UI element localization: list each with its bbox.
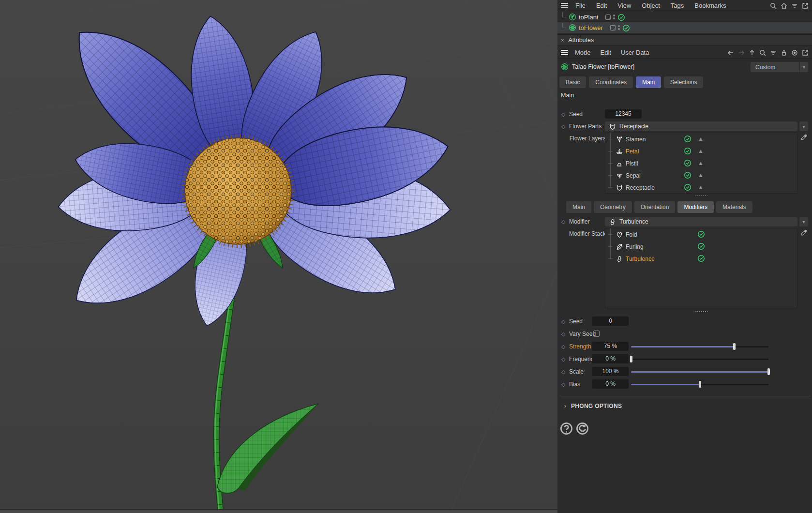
slider-handle[interactable] (699, 381, 701, 388)
triangle-icon[interactable]: ▲ (698, 159, 704, 167)
search-icon[interactable] (769, 2, 777, 9)
tab-main[interactable]: Main (636, 76, 661, 88)
frequency-value-field[interactable]: 0 % (592, 354, 629, 363)
flower-parts-dropdown[interactable]: Receptacle (605, 121, 797, 131)
triangle-icon[interactable]: ▲ (698, 171, 704, 180)
tab-sub-main[interactable]: Main (566, 201, 591, 213)
slider-handle[interactable] (630, 356, 632, 362)
modifier-stack-label[interactable]: Modifier Stack › (561, 229, 610, 238)
preset-dropdown[interactable]: Custom ▾ (751, 62, 808, 72)
home-icon[interactable] (780, 2, 787, 9)
open-panel-icon[interactable] (801, 2, 809, 9)
diamond-icon[interactable]: ◇ (561, 217, 565, 226)
hamburger-menu-icon[interactable] (561, 3, 568, 8)
triangle-icon[interactable]: ▲ (698, 147, 704, 155)
resize-grip[interactable] (605, 310, 797, 313)
menu-file[interactable]: File (570, 2, 591, 9)
seed-value-field[interactable]: 12345 (605, 109, 642, 119)
menu-edit[interactable]: Edit (591, 2, 612, 9)
vary-seed-checkbox[interactable] (593, 331, 600, 337)
hamburger-menu-icon[interactable] (561, 50, 568, 55)
enabled-check-icon[interactable] (684, 147, 692, 155)
tab-orientation[interactable]: Orientation (634, 201, 676, 213)
triangle-icon[interactable]: ▲ (698, 135, 704, 143)
strength-slider[interactable] (631, 342, 768, 351)
list-item-receptacle[interactable]: Receptacle ▲ (605, 181, 797, 194)
chevron-down-icon[interactable]: ▾ (799, 121, 808, 131)
diamond-icon[interactable]: ◇ (561, 109, 565, 119)
menu-mode[interactable]: Mode (570, 49, 596, 56)
diamond-icon[interactable]: ◇ (561, 379, 565, 389)
reset-button[interactable] (576, 422, 589, 435)
enabled-check-icon[interactable] (622, 24, 630, 31)
edit-state-icon[interactable] (605, 15, 611, 20)
list-item-furling[interactable]: Furling (605, 241, 797, 253)
filter-icon[interactable] (769, 49, 777, 56)
eyedropper-icon[interactable] (800, 134, 807, 141)
menu-tags[interactable]: Tags (665, 2, 689, 9)
forward-arrow-icon[interactable] (737, 49, 745, 56)
search-icon[interactable] (759, 49, 766, 56)
slider-handle[interactable] (767, 368, 770, 375)
open-panel-icon[interactable] (801, 49, 809, 56)
tab-geometry[interactable]: Geometry (594, 201, 632, 213)
back-arrow-icon[interactable] (727, 49, 734, 56)
object-row-toplant[interactable]: toPlant (557, 12, 812, 22)
menu-user-data[interactable]: User Data (616, 49, 654, 56)
eyedropper-icon[interactable] (800, 229, 807, 236)
filter-icon[interactable] (791, 2, 798, 9)
menu-edit[interactable]: Edit (596, 49, 616, 56)
close-icon[interactable]: × (561, 38, 564, 43)
enabled-check-icon[interactable] (684, 171, 692, 179)
enabled-check-icon[interactable] (697, 255, 705, 262)
enabled-check-icon[interactable] (617, 14, 625, 21)
flower-layers-label[interactable]: Flower Layers › (561, 134, 610, 143)
help-button[interactable] (560, 422, 573, 435)
list-item-turbulence[interactable]: Turbulence (605, 253, 797, 265)
phong-options-section[interactable]: › PHONG OPTIONS (564, 403, 622, 409)
tab-selections[interactable]: Selections (664, 76, 703, 88)
scale-value-field[interactable]: 100 % (592, 367, 629, 376)
up-arrow-icon[interactable] (748, 49, 755, 56)
menu-object[interactable]: Object (636, 2, 665, 9)
slider-handle[interactable] (733, 343, 736, 350)
tab-basic[interactable]: Basic (559, 76, 586, 88)
enabled-check-icon[interactable] (684, 159, 692, 167)
enabled-check-icon[interactable] (697, 242, 705, 250)
diamond-icon[interactable]: ◇ (561, 317, 565, 326)
menu-bookmarks[interactable]: Bookmarks (689, 2, 731, 9)
list-item-stamen[interactable]: Stamen ▲ (605, 133, 797, 145)
diamond-icon[interactable]: ◇ (561, 342, 565, 351)
list-item-pistil[interactable]: Pistil ▲ (605, 157, 797, 169)
object-row-toflower[interactable]: toFlower (557, 22, 812, 33)
list-item-fold[interactable]: Fold (605, 228, 797, 241)
bias-value-field[interactable]: 0 % (592, 379, 629, 389)
menu-view[interactable]: View (612, 2, 636, 9)
tab-modifiers[interactable]: Modifiers (677, 201, 714, 213)
visibility-dots-icon[interactable] (618, 25, 620, 30)
frequency-slider[interactable] (631, 354, 768, 364)
chevron-down-icon[interactable]: ▾ (799, 217, 808, 226)
strength-value-field[interactable]: 75 % (592, 342, 629, 351)
diamond-icon[interactable]: ◇ (561, 329, 565, 339)
diamond-icon[interactable]: ◇ (561, 367, 565, 377)
tab-coordinates[interactable]: Coordinates (589, 76, 633, 88)
tab-materials[interactable]: Materials (716, 201, 752, 213)
object-label[interactable]: toFlower (579, 24, 603, 31)
list-item-sepal[interactable]: Sepal ▲ (605, 169, 797, 181)
enabled-check-icon[interactable] (684, 183, 692, 191)
enabled-check-icon[interactable] (684, 135, 692, 143)
edit-state-icon[interactable] (610, 25, 616, 30)
diamond-icon[interactable]: ◇ (561, 354, 565, 364)
seed2-value-field[interactable]: 0 (592, 317, 629, 326)
target-icon[interactable] (791, 49, 798, 56)
resize-grip[interactable] (605, 194, 797, 197)
enabled-check-icon[interactable] (697, 230, 705, 238)
lock-icon[interactable] (780, 49, 787, 56)
visibility-dots-icon[interactable] (613, 15, 615, 19)
modifier-dropdown[interactable]: Turbulence (605, 217, 797, 226)
diamond-icon[interactable]: ◇ (561, 121, 565, 131)
scale-slider[interactable] (631, 367, 768, 377)
object-label[interactable]: toPlant (579, 14, 598, 21)
viewport-3d[interactable] (0, 0, 557, 513)
